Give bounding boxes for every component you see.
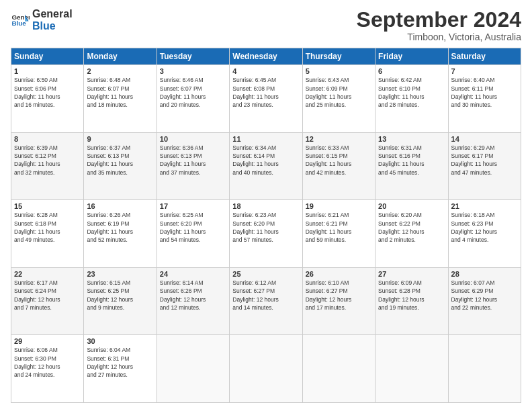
day-number: 4 bbox=[232, 67, 299, 75]
week-row-3: 15Sunrise: 6:28 AM Sunset: 6:18 PM Dayli… bbox=[11, 200, 521, 268]
day-number: 11 bbox=[232, 135, 299, 143]
calendar-cell bbox=[302, 335, 375, 403]
calendar-cell: 1Sunrise: 6:50 AM Sunset: 6:06 PM Daylig… bbox=[11, 65, 84, 133]
week-row-5: 29Sunrise: 6:06 AM Sunset: 6:30 PM Dayli… bbox=[11, 335, 521, 403]
calendar-cell bbox=[230, 335, 302, 403]
day-number: 6 bbox=[378, 67, 445, 75]
day-info: Sunrise: 6:37 AM Sunset: 6:13 PM Dayligh… bbox=[87, 144, 153, 177]
logo-blue: Blue bbox=[32, 20, 73, 32]
calendar-cell: 3Sunrise: 6:46 AM Sunset: 6:07 PM Daylig… bbox=[157, 65, 229, 133]
page: General Blue General Blue September 2024… bbox=[0, 0, 532, 411]
day-number: 14 bbox=[451, 135, 518, 143]
day-info: Sunrise: 6:40 AM Sunset: 6:11 PM Dayligh… bbox=[451, 76, 518, 109]
day-info: Sunrise: 6:36 AM Sunset: 6:13 PM Dayligh… bbox=[160, 144, 226, 177]
day-number: 29 bbox=[14, 337, 81, 345]
day-info: Sunrise: 6:18 AM Sunset: 6:23 PM Dayligh… bbox=[451, 211, 518, 244]
col-header-wednesday: Wednesday bbox=[230, 48, 302, 65]
day-number: 15 bbox=[14, 202, 81, 210]
month-title: September 2024 bbox=[357, 8, 521, 32]
day-number: 26 bbox=[306, 270, 372, 278]
day-info: Sunrise: 6:26 AM Sunset: 6:19 PM Dayligh… bbox=[87, 211, 153, 244]
calendar-cell: 21Sunrise: 6:18 AM Sunset: 6:23 PM Dayli… bbox=[448, 200, 521, 268]
day-info: Sunrise: 6:31 AM Sunset: 6:16 PM Dayligh… bbox=[378, 144, 445, 177]
day-info: Sunrise: 6:39 AM Sunset: 6:12 PM Dayligh… bbox=[14, 144, 81, 177]
calendar-cell bbox=[375, 335, 448, 403]
day-info: Sunrise: 6:23 AM Sunset: 6:20 PM Dayligh… bbox=[232, 211, 299, 244]
location: Timboon, Victoria, Australia bbox=[357, 32, 521, 42]
calendar-cell: 22Sunrise: 6:17 AM Sunset: 6:24 PM Dayli… bbox=[11, 267, 84, 335]
calendar-cell: 26Sunrise: 6:10 AM Sunset: 6:27 PM Dayli… bbox=[302, 267, 375, 335]
day-number: 2 bbox=[87, 67, 153, 75]
calendar-cell bbox=[448, 335, 521, 403]
logo: General Blue General Blue bbox=[11, 8, 73, 32]
day-info: Sunrise: 6:10 AM Sunset: 6:27 PM Dayligh… bbox=[306, 279, 372, 312]
day-number: 20 bbox=[378, 202, 445, 210]
calendar-cell bbox=[157, 335, 229, 403]
day-info: Sunrise: 6:07 AM Sunset: 6:29 PM Dayligh… bbox=[451, 279, 518, 312]
day-number: 27 bbox=[378, 270, 445, 278]
day-info: Sunrise: 6:28 AM Sunset: 6:18 PM Dayligh… bbox=[14, 211, 81, 244]
day-number: 18 bbox=[232, 202, 299, 210]
calendar-table: SundayMondayTuesdayWednesdayThursdayFrid… bbox=[11, 48, 521, 403]
calendar-cell: 9Sunrise: 6:37 AM Sunset: 6:13 PM Daylig… bbox=[84, 132, 157, 200]
header: General Blue General Blue September 2024… bbox=[11, 8, 521, 42]
day-info: Sunrise: 6:45 AM Sunset: 6:08 PM Dayligh… bbox=[232, 76, 299, 109]
day-info: Sunrise: 6:48 AM Sunset: 6:07 PM Dayligh… bbox=[87, 76, 153, 109]
logo-icon: General Blue bbox=[11, 11, 30, 30]
calendar-cell: 18Sunrise: 6:23 AM Sunset: 6:20 PM Dayli… bbox=[230, 200, 302, 268]
day-number: 8 bbox=[14, 135, 81, 143]
calendar-cell: 11Sunrise: 6:34 AM Sunset: 6:14 PM Dayli… bbox=[230, 132, 302, 200]
day-number: 30 bbox=[87, 337, 153, 345]
logo-general: General bbox=[32, 8, 73, 20]
calendar-cell: 24Sunrise: 6:14 AM Sunset: 6:26 PM Dayli… bbox=[157, 267, 229, 335]
calendar-cell: 17Sunrise: 6:25 AM Sunset: 6:20 PM Dayli… bbox=[157, 200, 229, 268]
col-header-friday: Friday bbox=[375, 48, 448, 65]
day-number: 28 bbox=[451, 270, 518, 278]
calendar-cell: 29Sunrise: 6:06 AM Sunset: 6:30 PM Dayli… bbox=[11, 335, 84, 403]
calendar-cell: 4Sunrise: 6:45 AM Sunset: 6:08 PM Daylig… bbox=[230, 65, 302, 133]
day-number: 1 bbox=[14, 67, 81, 75]
col-header-tuesday: Tuesday bbox=[157, 48, 229, 65]
calendar-cell: 7Sunrise: 6:40 AM Sunset: 6:11 PM Daylig… bbox=[448, 65, 521, 133]
calendar-cell: 5Sunrise: 6:43 AM Sunset: 6:09 PM Daylig… bbox=[302, 65, 375, 133]
day-info: Sunrise: 6:09 AM Sunset: 6:28 PM Dayligh… bbox=[378, 279, 445, 312]
day-info: Sunrise: 6:29 AM Sunset: 6:17 PM Dayligh… bbox=[451, 144, 518, 177]
calendar-cell: 12Sunrise: 6:33 AM Sunset: 6:15 PM Dayli… bbox=[302, 132, 375, 200]
week-row-1: 1Sunrise: 6:50 AM Sunset: 6:06 PM Daylig… bbox=[11, 65, 521, 133]
calendar-cell: 19Sunrise: 6:21 AM Sunset: 6:21 PM Dayli… bbox=[302, 200, 375, 268]
day-number: 5 bbox=[306, 67, 372, 75]
day-number: 21 bbox=[451, 202, 518, 210]
header-row: SundayMondayTuesdayWednesdayThursdayFrid… bbox=[11, 48, 521, 65]
day-number: 17 bbox=[160, 202, 226, 210]
calendar-cell: 2Sunrise: 6:48 AM Sunset: 6:07 PM Daylig… bbox=[84, 65, 157, 133]
day-info: Sunrise: 6:14 AM Sunset: 6:26 PM Dayligh… bbox=[160, 279, 226, 312]
calendar-cell: 28Sunrise: 6:07 AM Sunset: 6:29 PM Dayli… bbox=[448, 267, 521, 335]
day-number: 12 bbox=[306, 135, 372, 143]
calendar-cell: 10Sunrise: 6:36 AM Sunset: 6:13 PM Dayli… bbox=[157, 132, 229, 200]
day-info: Sunrise: 6:06 AM Sunset: 6:30 PM Dayligh… bbox=[14, 346, 81, 379]
title-block: September 2024 Timboon, Victoria, Austra… bbox=[357, 8, 521, 42]
calendar-cell: 23Sunrise: 6:15 AM Sunset: 6:25 PM Dayli… bbox=[84, 267, 157, 335]
day-number: 16 bbox=[87, 202, 153, 210]
day-info: Sunrise: 6:12 AM Sunset: 6:27 PM Dayligh… bbox=[232, 279, 299, 312]
day-info: Sunrise: 6:46 AM Sunset: 6:07 PM Dayligh… bbox=[160, 76, 226, 109]
day-info: Sunrise: 6:42 AM Sunset: 6:10 PM Dayligh… bbox=[378, 76, 445, 109]
day-info: Sunrise: 6:04 AM Sunset: 6:31 PM Dayligh… bbox=[87, 346, 153, 379]
col-header-sunday: Sunday bbox=[11, 48, 84, 65]
day-number: 3 bbox=[160, 67, 226, 75]
calendar-cell: 13Sunrise: 6:31 AM Sunset: 6:16 PM Dayli… bbox=[375, 132, 448, 200]
day-number: 19 bbox=[306, 202, 372, 210]
week-row-4: 22Sunrise: 6:17 AM Sunset: 6:24 PM Dayli… bbox=[11, 267, 521, 335]
day-number: 24 bbox=[160, 270, 226, 278]
col-header-thursday: Thursday bbox=[302, 48, 375, 65]
day-info: Sunrise: 6:33 AM Sunset: 6:15 PM Dayligh… bbox=[306, 144, 372, 177]
svg-text:Blue: Blue bbox=[11, 19, 26, 27]
day-number: 13 bbox=[378, 135, 445, 143]
day-info: Sunrise: 6:25 AM Sunset: 6:20 PM Dayligh… bbox=[160, 211, 226, 244]
calendar-cell: 6Sunrise: 6:42 AM Sunset: 6:10 PM Daylig… bbox=[375, 65, 448, 133]
day-info: Sunrise: 6:21 AM Sunset: 6:21 PM Dayligh… bbox=[306, 211, 372, 244]
day-info: Sunrise: 6:15 AM Sunset: 6:25 PM Dayligh… bbox=[87, 279, 153, 312]
day-number: 22 bbox=[14, 270, 81, 278]
day-number: 25 bbox=[232, 270, 299, 278]
col-header-monday: Monday bbox=[84, 48, 157, 65]
